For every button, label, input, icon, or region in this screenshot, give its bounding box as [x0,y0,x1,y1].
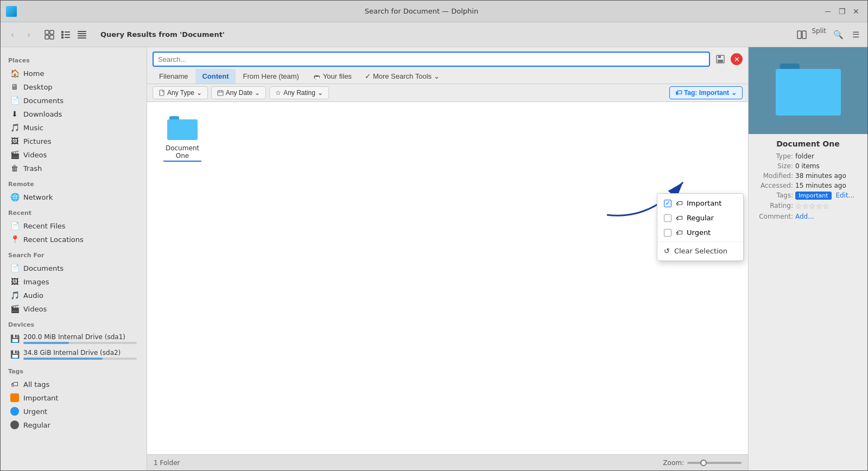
size-value: 0 items [795,162,820,170]
important-checkbox[interactable]: ✓ [664,200,671,207]
tag-filter[interactable]: 🏷 Tag: Important ⌄ [669,86,743,99]
zoom-slider[interactable] [687,462,742,464]
regular-checkbox[interactable] [664,214,671,222]
tab-filename[interactable]: Filename [153,69,194,84]
menu-button[interactable]: ☰ [848,27,863,42]
more-search-tools-button[interactable]: ✓ More Search Tools ⌄ [359,69,445,84]
search-toggle-button[interactable]: 🔍 [831,27,846,42]
more-tools-label: More Search Tools [373,72,432,80]
close-button[interactable]: ✕ [850,5,862,17]
any-date-filter[interactable]: Any Date ⌄ [211,86,266,99]
back-button[interactable]: ‹ [5,27,20,42]
tab-from-here[interactable]: From Here (team) [237,69,306,84]
sidebar-item-downloads[interactable]: ⬇ Downloads [3,107,144,120]
restore-button[interactable]: ❐ [836,5,848,17]
folder-document-one[interactable]: Document One [158,113,207,165]
search-save-button[interactable] [713,52,727,66]
search-audio-icon: 🎵 [10,291,19,300]
any-type-label: Any Type [167,89,194,97]
preview-title: Document One [755,139,861,148]
sidebar-recent-files-label: Recent Files [23,222,66,230]
urgent-checkbox[interactable] [664,229,671,237]
home-icon: 🏠 [10,69,19,78]
important-label: Important [687,199,721,207]
svg-rect-7 [65,34,70,35]
sidebar-item-search-audio[interactable]: 🎵 Audio [3,289,144,302]
zoom-thumb[interactable] [700,460,707,466]
any-rating-chevron: ⌄ [318,89,323,97]
split-button[interactable] [794,27,809,42]
tab-your-files[interactable]: Your files [307,69,358,84]
rating-stars[interactable]: ☆☆☆☆☆ [795,202,829,211]
sidebar-item-search-images[interactable]: 🖼 Images [3,275,144,288]
recent-locations-icon: 📍 [10,235,19,244]
search-for-label: Search For [1,246,147,261]
edit-tags-link[interactable]: Edit... [835,192,854,199]
dropdown-item-regular[interactable]: 🏷 Regular [657,211,743,225]
recent-label: Recent [1,204,147,219]
sidebar-item-desktop[interactable]: 🖥 Desktop [3,80,144,93]
any-rating-filter[interactable]: ☆ Any Rating ⌄ [269,86,329,99]
forward-button[interactable]: › [21,27,36,42]
preview-folder-area [749,47,867,134]
svg-rect-11 [78,33,86,34]
accessed-label: Accessed: [755,182,793,189]
sidebar-item-home[interactable]: 🏠 Home [3,67,144,80]
svg-rect-24 [218,91,223,96]
zoom-area: Zoom: [663,459,742,467]
split-label: Split [812,27,826,42]
search-close-button[interactable]: ✕ [731,53,743,65]
remote-label: Remote [1,175,147,190]
svg-rect-9 [65,37,70,38]
clear-selection-button[interactable]: ↺ Clear Selection [657,244,743,258]
tab-content[interactable]: Content [195,69,235,84]
pictures-icon: 🖼 [10,137,19,145]
type-label: Type: [755,152,793,160]
sidebar-tag-important[interactable]: Important [3,391,144,404]
info-type-row: Type: folder [755,152,861,160]
sidebar-item-search-documents[interactable]: 📄 Documents [3,262,144,275]
add-comment-link[interactable]: Add... [795,213,814,220]
any-type-chevron: ⌄ [197,89,202,97]
drive-sda1-label: 200.0 MiB Internal Drive (sda1) [23,333,137,341]
drive-sda1-bar-bg [23,342,137,344]
sidebar-item-music[interactable]: 🎵 Music [3,121,144,134]
dropdown-item-urgent[interactable]: 🏷 Urgent [657,225,743,240]
important-tag-dropdown-icon: 🏷 [676,200,682,207]
file-area: Document One [147,102,748,454]
search-input[interactable] [153,52,710,67]
sidebar-tag-urgent[interactable]: Urgent [3,405,144,418]
grid-icon [45,30,54,40]
sidebar-item-network[interactable]: 🌐 Network [3,190,144,203]
search-images-icon: 🖼 [10,277,19,286]
svg-rect-13 [78,37,86,39]
sidebar-item-recent-files[interactable]: 📄 Recent Files [3,219,144,232]
list-view-button[interactable] [58,27,73,42]
dropdown-item-important[interactable]: ✓ 🏷 Important [657,196,743,211]
svg-rect-1 [50,30,54,34]
rating-label: Rating: [755,202,793,211]
sidebar-tag-all[interactable]: 🏷 All tags [3,378,144,391]
info-accessed-row: Accessed: 15 minutes ago [755,182,861,189]
sidebar-item-trash[interactable]: 🗑 Trash [3,162,144,175]
clear-label: Clear Selection [674,247,727,255]
any-type-filter[interactable]: Any Type ⌄ [153,86,208,99]
svg-rect-12 [78,35,86,36]
any-rating-label: Any Rating [283,89,315,97]
split-icon [797,30,807,40]
compact-view-button[interactable] [74,27,90,42]
sidebar-item-videos[interactable]: 🎬 Videos [3,148,144,161]
minimize-button[interactable]: ─ [822,5,834,17]
content-area: ✕ Filename Content From Here (team) [147,47,748,470]
titlebar: Search for Document — Dolphin ─ ❐ ✕ [1,1,867,22]
sidebar-tag-urgent-label: Urgent [23,408,47,416]
sidebar-item-documents[interactable]: 📄 Documents [3,94,144,107]
icon-view-button[interactable] [42,27,57,42]
sidebar-tag-regular[interactable]: Regular [3,418,144,431]
sidebar-item-pictures[interactable]: 🖼 Pictures [3,135,144,148]
sidebar-item-recent-locations[interactable]: 📍 Recent Locations [3,233,144,246]
sidebar-device-sda2[interactable]: 💾 34.8 GiB Internal Drive (sda2) [3,347,144,362]
sidebar-item-search-videos[interactable]: 🎬 Videos [3,302,144,315]
sidebar-device-sda1[interactable]: 💾 200.0 MiB Internal Drive (sda1) [3,331,144,346]
documents-icon: 📄 [10,96,19,105]
